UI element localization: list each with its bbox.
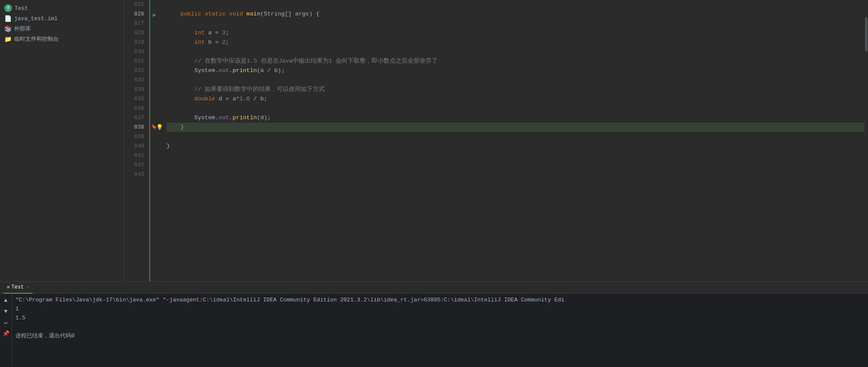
console-line-blank <box>15 322 865 331</box>
line-num-837: 837 <box>124 113 144 123</box>
code-line-840: } <box>166 141 865 151</box>
line-num-842: 842 <box>124 160 144 170</box>
project-name: Test <box>15 5 28 12</box>
line-num-826: 826 <box>124 9 144 19</box>
tab-icon: ≡ <box>7 285 10 290</box>
lightbulb-icon[interactable]: 💡 <box>156 124 163 131</box>
tab-test[interactable]: ≡ Test × <box>3 282 33 294</box>
wrap-button[interactable]: ↵ <box>1 318 11 327</box>
sidebar-item-iml[interactable]: 📄 java_test.iml <box>0 14 124 24</box>
code-line-841 <box>166 151 865 160</box>
pin-button[interactable]: 📌 <box>1 329 11 338</box>
code-line-842 <box>166 160 865 170</box>
sidebar-project[interactable]: T Test <box>0 3 124 14</box>
code-line-843 <box>166 170 865 179</box>
tab-close-button[interactable]: × <box>26 285 29 290</box>
gutter: ▶ 🔖 💡 <box>150 0 162 281</box>
sidebar: T Test 📄 java_test.iml 📚 外部库 📁 临时文件和控制台 <box>0 0 124 281</box>
code-line-835: double d = a*1.0 / b; <box>166 94 865 104</box>
line-num-838: 838 <box>124 123 144 132</box>
tab-label: Test <box>12 284 24 290</box>
sidebar-item-label-libs: 外部库 <box>14 25 31 33</box>
code-line-826: public static void main(String[] args) { <box>166 9 865 19</box>
line-num-841: 841 <box>124 151 144 160</box>
code-line-830 <box>166 47 865 57</box>
code-line-836 <box>166 104 865 113</box>
code-editor[interactable]: public static void main(String[] args) {… <box>162 0 865 281</box>
scratch-icon: 📁 <box>4 36 12 43</box>
bottom-panel: ≡ Test × ▲ ▼ ↵ 📌 "C:\Program Files\Java\… <box>0 281 868 367</box>
code-line-839 <box>166 132 865 141</box>
code-line-833 <box>166 75 865 85</box>
console-line-cmd: "C:\Program Files\Java\jdk-17\bin\java.e… <box>15 295 865 304</box>
line-num-834: 834 <box>124 85 144 94</box>
line-num-825: 825 <box>124 0 144 9</box>
scrollbar-thumb[interactable] <box>865 17 868 51</box>
project-icon: T <box>4 4 12 12</box>
sidebar-item-scratch[interactable]: 📁 临时文件和控制台 <box>0 34 124 44</box>
line-num-836: 836 <box>124 104 144 113</box>
code-line-827 <box>166 19 865 28</box>
line-num-827: 827 <box>124 19 144 28</box>
console-line-exit: 进程已结束，退出代码0 <box>15 331 865 340</box>
code-line-828: int a = 3; <box>166 28 865 38</box>
line-num-833: 833 <box>124 75 144 85</box>
run-arrow-icon[interactable]: ▶ <box>153 11 156 18</box>
line-num-830: 830 <box>124 47 144 57</box>
console-body: ▲ ▼ ↵ 📌 "C:\Program Files\Java\jdk-17\bi… <box>0 294 868 367</box>
line-numbers: 825 826 827 828 829 830 831 832 833 834 … <box>124 0 150 281</box>
line-num-828: 828 <box>124 28 144 38</box>
line-num-840: 840 <box>124 141 144 151</box>
sidebar-item-label-scratch: 临时文件和控制台 <box>14 35 59 43</box>
code-line-834: // 如果要得到数学中的结果，可以使用如下方式 <box>166 85 865 94</box>
line-num-843: 843 <box>124 170 144 179</box>
line-num-831: 831 <box>124 57 144 66</box>
line-num-829: 829 <box>124 38 144 47</box>
bottom-left-controls: ▲ ▼ ↵ 📌 <box>0 294 12 367</box>
bottom-tabs: ≡ Test × <box>0 282 868 294</box>
sidebar-item-label-iml: java_test.iml <box>14 15 57 22</box>
code-line-825 <box>166 0 865 9</box>
editor-area: 825 826 827 828 829 830 831 832 833 834 … <box>124 0 868 281</box>
console-line-1: 1 <box>15 304 865 313</box>
editor-scrollbar[interactable] <box>865 0 868 281</box>
libs-icon: 📚 <box>4 25 12 33</box>
code-container: 825 826 827 828 829 830 831 832 833 834 … <box>124 0 868 281</box>
code-line-831: // 在数学中应该是1.5 但是在Java中输出结果为1 会向下取整，即小数点之… <box>166 57 865 66</box>
console-output: "C:\Program Files\Java\jdk-17\bin\java.e… <box>12 294 868 367</box>
code-line-829: int b = 2; <box>166 38 865 47</box>
code-line-832: System.out.println(a / b); <box>166 66 865 75</box>
line-num-832: 832 <box>124 66 144 75</box>
sidebar-item-external-libs[interactable]: 📚 外部库 <box>0 24 124 34</box>
scroll-down-button[interactable]: ▼ <box>1 307 11 316</box>
file-icon: 📄 <box>4 15 12 22</box>
line-num-835: 835 <box>124 94 144 104</box>
scroll-up-button[interactable]: ▲ <box>1 295 11 305</box>
console-line-15: 1.5 <box>15 313 865 322</box>
code-line-837: System.out.println(d); <box>166 113 865 123</box>
code-line-838: } <box>166 123 865 132</box>
line-num-839: 839 <box>124 132 144 141</box>
